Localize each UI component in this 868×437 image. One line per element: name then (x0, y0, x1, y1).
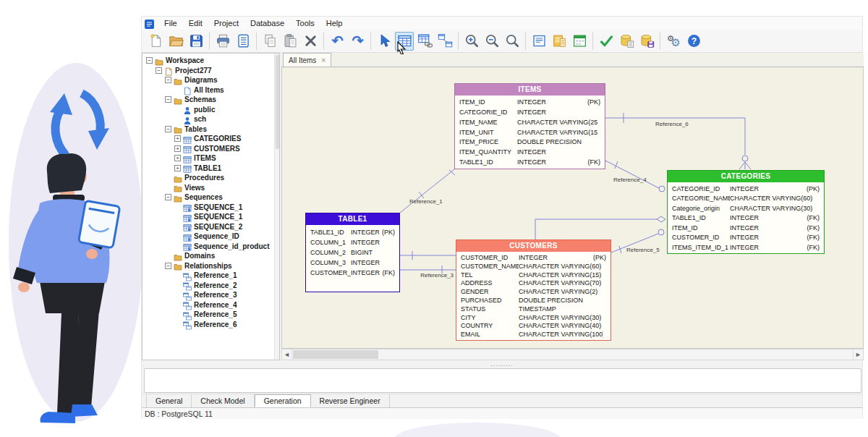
entity-items[interactable]: ITEMSITEM_IDINTEGER(PK)CATEGORIE_IDINTEG… (454, 83, 605, 169)
menu-tools[interactable]: Tools (290, 19, 320, 27)
tree-item-sequences[interactable]: −Sequences (142, 192, 279, 203)
toolbar-check-model-button[interactable] (597, 32, 616, 51)
toolbar-undo-button[interactable]: ↶ (328, 32, 346, 51)
diagram-canvas[interactable]: Reference_1Reference_3Reference_4Referen… (281, 67, 864, 349)
toolbar-print-preview-button[interactable] (234, 32, 252, 51)
tree-item-reference-6[interactable]: Reference_6 (142, 320, 279, 330)
tree-item-schemas[interactable]: −Schemas (142, 95, 279, 105)
tree-item-sequence-1[interactable]: SEQUENCE_1 (142, 212, 279, 222)
menu-edit[interactable]: Edit (183, 19, 208, 27)
entity-title[interactable]: CATEGORIES (668, 171, 824, 182)
toolbar-show-data-grid-button[interactable] (570, 32, 589, 51)
entity-title[interactable]: ITEMS (455, 84, 605, 96)
toolbar-reverse-engineer-button[interactable] (637, 32, 656, 51)
tree-scrollbar[interactable] (274, 54, 279, 360)
tree-item-relationships[interactable]: −Relationships (142, 261, 279, 271)
toolbar-save-model-button[interactable] (187, 32, 205, 51)
tree-item-items[interactable]: +ITEMS (142, 153, 279, 164)
column-name: ITEM_ID (672, 224, 730, 233)
toolbar-show-ddl-button[interactable] (529, 32, 548, 51)
column-type: CHARACTER VARYING(15) (517, 128, 597, 138)
toolbar-add-relationship-button[interactable] (435, 32, 454, 51)
tab-close-icon[interactable]: × (321, 56, 326, 64)
collapse-icon[interactable]: − (156, 67, 162, 74)
tab-check-model[interactable]: Check Model (192, 394, 254, 407)
expand-icon[interactable]: + (174, 155, 181, 161)
toolbar-add-view-button[interactable] (415, 32, 434, 51)
tree-item-all-items[interactable]: All Items (142, 85, 279, 96)
toolbar-zoom-in-button[interactable] (462, 32, 481, 51)
menu-database[interactable]: Database (244, 19, 290, 27)
expand-icon[interactable]: + (174, 165, 181, 171)
reference-connector-customers-categories[interactable] (535, 216, 665, 239)
toolbar-options-button[interactable]: ⚙⚙ (664, 32, 683, 51)
menu-file[interactable]: File (158, 19, 183, 27)
toolbar-delete-button[interactable] (301, 32, 320, 51)
canvas-horizontal-scrollbar[interactable]: ◄ ► (281, 349, 864, 360)
toolbar-print-button[interactable] (213, 32, 232, 51)
tree-item-sequence-id-product[interactable]: Sequence_id_product (142, 242, 279, 252)
tree-item-public[interactable]: public (142, 105, 279, 115)
tree-item-tables[interactable]: −Tables (142, 124, 279, 135)
reference-reference_6[interactable]: Reference_6 (605, 113, 751, 169)
reference-connector-table1-customers[interactable] (400, 251, 456, 260)
expand-icon[interactable]: + (174, 145, 181, 152)
tree-item-sequence-id[interactable]: Sequence_ID (142, 232, 279, 242)
toolbar-paste-button[interactable] (281, 32, 299, 51)
toolbar-show-documentation-button[interactable] (550, 32, 569, 51)
reference-reference_3[interactable]: Reference_3 (400, 266, 456, 279)
tree-item-workspace[interactable]: −Workspace (142, 56, 279, 66)
tree-item-project277[interactable]: −Project277 (142, 66, 279, 76)
tree-item-customers[interactable]: +CUSTOMERS (142, 144, 279, 154)
entity-customers[interactable]: CUSTOMERSCUSTOMER_IDINTEGER(PK)CUSTOMER_… (456, 239, 611, 341)
collapse-icon[interactable]: − (146, 57, 153, 64)
collapse-icon[interactable]: − (165, 126, 171, 132)
entity-title[interactable]: TABLE1 (306, 213, 399, 225)
toolbar-copy-button[interactable] (260, 32, 279, 51)
collapse-icon[interactable]: − (165, 263, 171, 269)
entity-table1[interactable]: TABLE1TABLE1_IDINTEGER(PK)COLUMN_1INTEGE… (305, 213, 400, 292)
tree-item-table1[interactable]: +TABLE1 (142, 164, 279, 174)
tree-item-reference-5[interactable]: Reference_5 (142, 310, 279, 320)
tree-item-sequence-2[interactable]: SEQUENCE_2 (142, 222, 279, 232)
toolbar-redo-button[interactable]: ↷ (348, 32, 367, 51)
tree-scrollbar-thumb[interactable] (276, 55, 279, 149)
tree-item-reference-2[interactable]: Reference_2 (142, 281, 279, 291)
tree-item-reference-3[interactable]: Reference_3 (142, 290, 279, 300)
toolbar-zoom-reset-button[interactable] (503, 32, 522, 51)
tree-item-diagrams[interactable]: −Diagrams (142, 75, 279, 85)
tree-item-categories[interactable]: +CATEGORIES (142, 134, 279, 144)
expand-icon[interactable]: + (174, 135, 181, 142)
scrollbar-thumb[interactable] (293, 350, 378, 359)
collapse-icon[interactable]: − (165, 77, 171, 83)
entity-categories[interactable]: CATEGORIESCATEGORIE_IDINTEGER(PK)CATEGOR… (667, 170, 825, 254)
toolbar-zoom-out-button[interactable] (482, 32, 501, 51)
tree-item-procedures[interactable]: Procedures (142, 173, 279, 183)
reference-reference_1[interactable]: Reference_1 (400, 169, 455, 213)
tab-general[interactable]: General (146, 394, 192, 407)
tree-item-views[interactable]: Views (142, 183, 279, 193)
toolbar-help-button[interactable]: ? (684, 32, 703, 51)
menu-project[interactable]: Project (208, 19, 244, 27)
toolbar-generate-script-button[interactable] (617, 32, 636, 51)
reference-reference_5[interactable]: Reference_5 (611, 229, 664, 253)
tree-item-sch[interactable]: sch (142, 114, 279, 124)
entity-title[interactable]: CUSTOMERS (456, 240, 610, 252)
tree-item-sequence-1[interactable]: SEQUENCE_1 (142, 203, 279, 213)
scroll-right-arrow-icon[interactable]: ► (853, 349, 863, 360)
tab-generation[interactable]: Generation (255, 394, 311, 407)
toolbar-new-model-button[interactable] (146, 32, 165, 51)
collapse-icon[interactable]: − (165, 96, 171, 103)
collapse-icon[interactable]: − (165, 194, 171, 200)
reference-reference_4[interactable]: Reference_4 (605, 161, 665, 192)
splitter-handle[interactable]: ......... (142, 361, 862, 368)
tab-all-items[interactable]: All Items × (283, 53, 331, 67)
tree-item-reference-1[interactable]: Reference_1 (142, 271, 279, 281)
tree-item-reference-4[interactable]: Reference_4 (142, 300, 279, 310)
toolbar-open-model-button[interactable] (166, 32, 185, 51)
tree-item-domains[interactable]: Domains (142, 251, 279, 261)
menu-help[interactable]: Help (320, 19, 349, 27)
scroll-left-arrow-icon[interactable]: ◄ (282, 349, 292, 360)
toolbar-select-tool-button[interactable] (375, 32, 393, 51)
tab-reverse-engineer[interactable]: Reverse Engineer (311, 394, 390, 407)
